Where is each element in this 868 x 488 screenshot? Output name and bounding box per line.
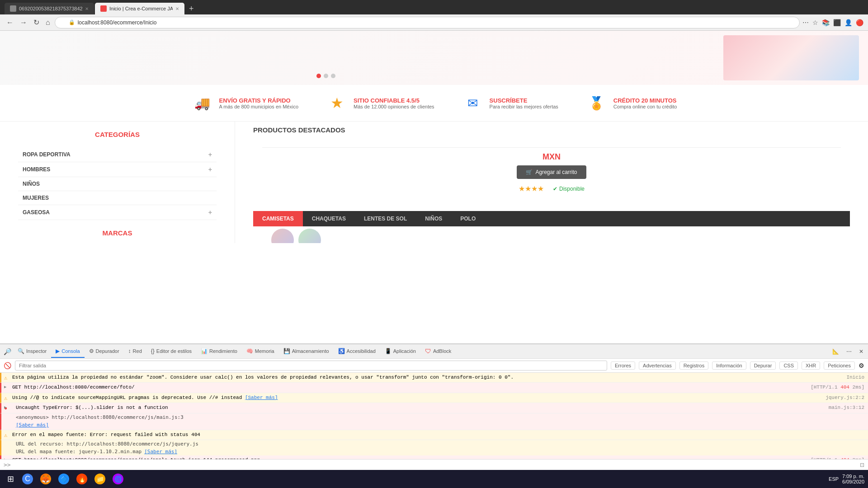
devtools-tab-application[interactable]: 📱 Aplicación xyxy=(380,345,420,358)
home-button[interactable]: ⌂ xyxy=(44,17,52,28)
zoom-warning-text: Esta página utiliza la propiedad no está… xyxy=(12,375,514,380)
taskbar-item-chrome[interactable]: C xyxy=(19,471,36,487)
taskbar-item-app6[interactable]: 🌀 xyxy=(110,471,126,487)
extensions-button[interactable]: ⋯ xyxy=(802,19,809,26)
taskbar-date: 6/09/2020 xyxy=(842,479,864,484)
console-msg-mapeo-warning: Error en el mapeo fuente: Error: request… xyxy=(0,430,868,440)
refresh-button[interactable]: ↻ xyxy=(32,16,41,28)
carousel-dot-1[interactable] xyxy=(316,74,321,78)
filter-debug-btn[interactable]: Depurar xyxy=(750,361,776,370)
feature-credit: 🏅 CRÉDITO 20 MINUTOS Compra online con t… xyxy=(585,94,677,112)
devtools-tab-adblock[interactable]: 🛡 AdBlock xyxy=(420,345,456,358)
forward-button[interactable]: → xyxy=(18,17,29,28)
tab-lentes[interactable]: LENTES DE SOL xyxy=(355,211,416,226)
console-msg-slider-error[interactable]: ▶ Uncaught TypeError: $(...).slider is n… xyxy=(0,403,868,413)
taskbar-item-firefox[interactable]: 🦊 xyxy=(38,471,54,487)
product-thumb-2[interactable] xyxy=(298,229,321,243)
files-icon: 📁 xyxy=(94,474,105,484)
taskbar-item-app3[interactable]: 🔷 xyxy=(56,471,72,487)
filter-info-btn[interactable]: Información xyxy=(712,361,746,370)
devtools-tab-memory[interactable]: 🧠 Memoria xyxy=(242,345,279,358)
browser-tab-active[interactable]: Inicio | Crea e-Commerce JAVA... ✕ xyxy=(95,3,184,14)
zoom-warning-source[interactable]: Inicio xyxy=(846,374,864,381)
slider-learn-more-link[interactable]: [Saber más] xyxy=(16,422,49,428)
category-item-gaseosa[interactable]: GASEOSA + xyxy=(18,205,217,220)
filter-warnings-btn[interactable]: Advertencias xyxy=(639,361,676,370)
add-to-cart-button[interactable]: 🛒 Agregar al carrito xyxy=(517,165,586,179)
devtools-tab-styles[interactable]: {} Editor de estilos xyxy=(146,345,196,358)
product-thumb-1[interactable] xyxy=(271,229,294,243)
tab-polo[interactable]: POLO xyxy=(451,211,485,226)
devtools-more-btn[interactable]: ⋯ xyxy=(844,347,854,356)
feature-shipping: 🚚 ENVÍO GRATIS Y RÁPIDO A más de 800 mun… xyxy=(191,94,298,112)
carousel-dot-3[interactable] xyxy=(331,74,335,78)
product-currency: MXN xyxy=(542,152,561,162)
product-tabs: CAMISETAS CHAQUETAS LENTES DE SOL NIÑOS … xyxy=(253,211,850,226)
devtools-tab-storage[interactable]: 💾 Almacenamiento xyxy=(279,345,334,358)
app3-icon: 🔷 xyxy=(58,474,69,484)
bookmark-button[interactable]: ☆ xyxy=(812,19,818,26)
slider-error-child-2[interactable]: [Saber más] xyxy=(0,421,868,430)
category-item-mujeres[interactable]: MUJERES xyxy=(18,191,217,205)
taskbar-item-files[interactable]: 📁 xyxy=(92,471,108,487)
category-plus-gaseosa[interactable]: + xyxy=(208,209,212,216)
available-badge: ✔ Disponible xyxy=(553,186,585,192)
category-plus-deportiva[interactable]: + xyxy=(208,151,212,158)
bookmarks-sidebar-button[interactable]: 📚 xyxy=(822,19,830,26)
console-clear-btn[interactable]: 🚫 xyxy=(4,362,11,369)
filter-logs-btn[interactable]: Registros xyxy=(679,361,708,370)
devtools-tab-console[interactable]: ▶ Consola xyxy=(51,345,84,358)
notification-button[interactable]: 🔴 xyxy=(856,19,863,26)
category-item-ninos[interactable]: NIÑOS xyxy=(18,177,217,191)
slider-error-expand[interactable]: ▶ xyxy=(4,405,6,411)
debugger-label: Depurador xyxy=(96,348,119,354)
devtools-tab-debugger[interactable]: ⚙ Depurador xyxy=(85,345,124,358)
category-item-hombres[interactable]: HOMBRES + xyxy=(18,162,217,177)
performance-label: Rendimiento xyxy=(209,348,237,354)
devtools-tab-network[interactable]: ↕ Red xyxy=(124,345,146,358)
console-input[interactable] xyxy=(14,462,860,468)
address-bar[interactable]: 🔒 localhost:8080/ecommerce/Inicio xyxy=(55,17,800,28)
filter-errors-btn[interactable]: Errores xyxy=(611,361,635,370)
taskbar-item-app4[interactable]: 🔥 xyxy=(74,471,90,487)
tab-chaquetas[interactable]: CHAQUETAS xyxy=(303,211,355,226)
network-icon: ↕ xyxy=(128,348,131,354)
console-settings-btn[interactable]: ⚙ xyxy=(859,362,864,369)
profile-button[interactable]: 👤 xyxy=(844,19,852,26)
tab-close-1[interactable]: ✕ xyxy=(85,6,89,11)
product-rating-row: ★★★★ ✔ Disponible xyxy=(519,184,585,193)
browser-tab-inactive[interactable]: 069202005382183753738427272... ✕ xyxy=(5,3,94,14)
synced-tabs-button[interactable]: ⬛ xyxy=(833,19,841,26)
devtools-tab-inspector[interactable]: 🔍 Inspector xyxy=(13,345,51,358)
new-tab-button[interactable]: + xyxy=(185,3,198,14)
filter-css-btn[interactable]: CSS xyxy=(779,361,798,370)
back-button[interactable]: ← xyxy=(5,17,15,28)
console-msg-get-foto[interactable]: GET http://localhost:8080/ecommerce/foto… xyxy=(0,383,868,393)
filter-xhr-btn[interactable]: XHR xyxy=(802,361,820,370)
storage-label: Almacenamiento xyxy=(292,348,329,354)
devtools-tab-accessibility[interactable]: ♿ Accesibilidad xyxy=(334,345,380,358)
tab-ninos[interactable]: NIÑOS xyxy=(416,211,451,226)
carousel-dots xyxy=(316,74,335,78)
category-item-deportiva[interactable]: ROPA DEPORTIVA + xyxy=(18,147,217,162)
sourcemap-learn-more-link[interactable]: [Saber más] xyxy=(245,395,278,400)
application-icon: 📱 xyxy=(385,348,392,354)
console-right-icon[interactable]: ⊡ xyxy=(860,462,864,468)
devtools-responsive-btn[interactable]: 📐 xyxy=(830,347,842,356)
credit-desc: Compra online con tu crédito xyxy=(613,104,677,109)
mapeo-learn-more-link[interactable]: [Saber más] xyxy=(144,449,177,455)
console-msg-sourcemap-warning: Using //@ to indicate sourceMappingURL p… xyxy=(0,393,868,403)
console-msg-get-apple[interactable]: GET http://localhost:8080/ecommerce/imag… xyxy=(0,455,868,459)
category-plus-hombres[interactable]: + xyxy=(208,166,212,173)
devtools-close-btn[interactable]: ✕ xyxy=(856,347,866,356)
devtools-tab-performance[interactable]: 📊 Rendimiento xyxy=(196,345,242,358)
tab-camisetas[interactable]: CAMISETAS xyxy=(253,211,303,226)
devtools-inspector-icon[interactable]: 🔎 xyxy=(2,346,13,357)
carousel-dot-2[interactable] xyxy=(324,74,328,78)
devtools-right-controls: 📐 ⋯ ✕ xyxy=(830,347,866,356)
filter-requests-btn[interactable]: Peticiones xyxy=(824,361,855,370)
memory-label: Memoria xyxy=(255,348,274,354)
start-button[interactable]: ⊞ xyxy=(4,472,18,486)
console-filter-input[interactable] xyxy=(15,361,607,371)
tab-close-2[interactable]: ✕ xyxy=(175,6,179,11)
